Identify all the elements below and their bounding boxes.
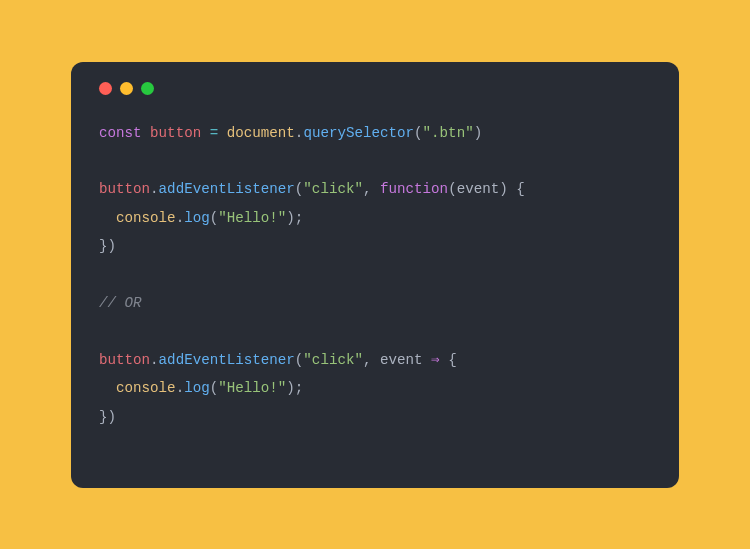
tok-console: console [116, 210, 176, 226]
tok-button: button [99, 352, 150, 368]
code-line-9: button.addEventListener("click", event ⇒… [99, 352, 457, 368]
tok-string-click: "click" [303, 181, 363, 197]
code-line-1: const button = document.querySelector(".… [99, 125, 482, 141]
tok-console: console [116, 380, 176, 396]
tok-string-click: "click" [303, 352, 363, 368]
code-line-7: // OR [99, 295, 142, 311]
tok-button: button [99, 181, 150, 197]
zoom-icon[interactable] [141, 82, 154, 95]
tok-button: button [150, 125, 201, 141]
code-window: const button = document.querySelector(".… [71, 62, 679, 488]
code-line-11: }) [99, 409, 116, 425]
traffic-lights [99, 82, 651, 95]
tok-event: event [457, 181, 500, 197]
tok-equals: = [210, 125, 219, 141]
close-icon[interactable] [99, 82, 112, 95]
tok-querySelector: querySelector [303, 125, 414, 141]
tok-log: log [184, 210, 210, 226]
code-line-3: button.addEventListener("click", functio… [99, 181, 525, 197]
code-block: const button = document.querySelector(".… [99, 119, 651, 431]
tok-document: document [227, 125, 295, 141]
tok-string-hello: "Hello!" [218, 380, 286, 396]
tok-addEventListener: addEventListener [159, 181, 295, 197]
tok-const: const [99, 125, 142, 141]
code-line-10: console.log("Hello!"); [99, 380, 303, 396]
tok-string-btn: ".btn" [423, 125, 474, 141]
tok-log: log [184, 380, 210, 396]
tok-addEventListener: addEventListener [159, 352, 295, 368]
code-line-5: }) [99, 238, 116, 254]
tok-arrow: ⇒ [431, 352, 440, 368]
tok-comment-or: // OR [99, 295, 142, 311]
tok-event: event [380, 352, 423, 368]
tok-function: function [380, 181, 448, 197]
code-line-4: console.log("Hello!"); [99, 210, 303, 226]
minimize-icon[interactable] [120, 82, 133, 95]
tok-string-hello: "Hello!" [218, 210, 286, 226]
